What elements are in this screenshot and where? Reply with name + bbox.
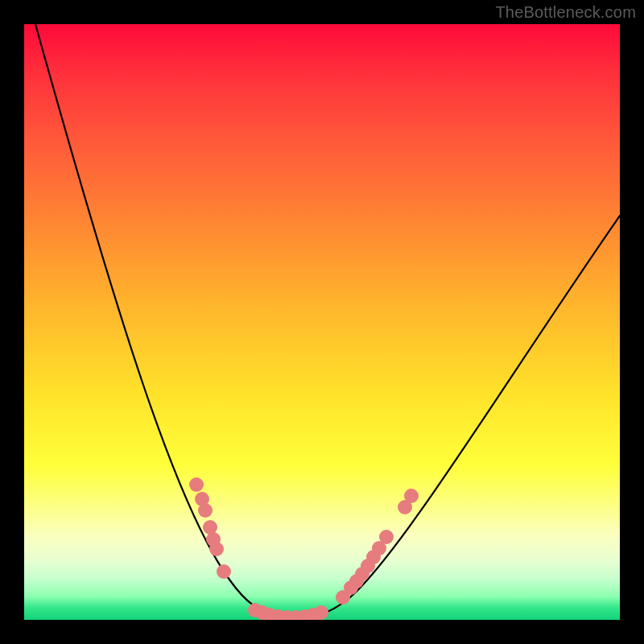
chart-svg	[24, 24, 620, 620]
data-dots	[189, 477, 419, 620]
data-point	[314, 605, 328, 620]
data-point	[189, 477, 204, 492]
data-point	[404, 489, 419, 503]
data-point	[209, 542, 224, 556]
data-point	[198, 503, 213, 518]
chart-area	[24, 24, 620, 620]
watermark-text: TheBottleneck.com	[495, 3, 636, 22]
bottleneck-curve	[35, 24, 620, 617]
data-point	[217, 564, 231, 579]
data-point	[379, 530, 394, 544]
